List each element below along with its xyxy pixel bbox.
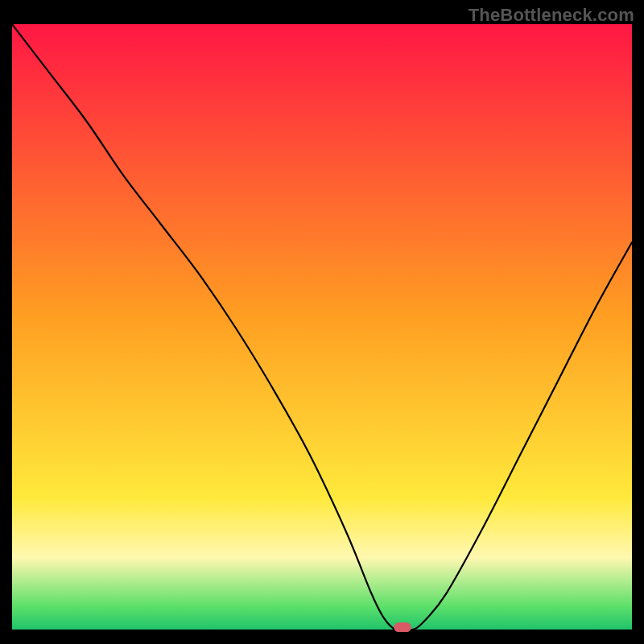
plot-area: [12, 24, 632, 632]
chart-svg: [12, 24, 632, 632]
gradient-background: [12, 24, 632, 630]
chart-frame: TheBottleneck.com: [0, 0, 644, 644]
watermark-text: TheBottleneck.com: [469, 5, 634, 26]
optimal-marker: [394, 622, 411, 632]
